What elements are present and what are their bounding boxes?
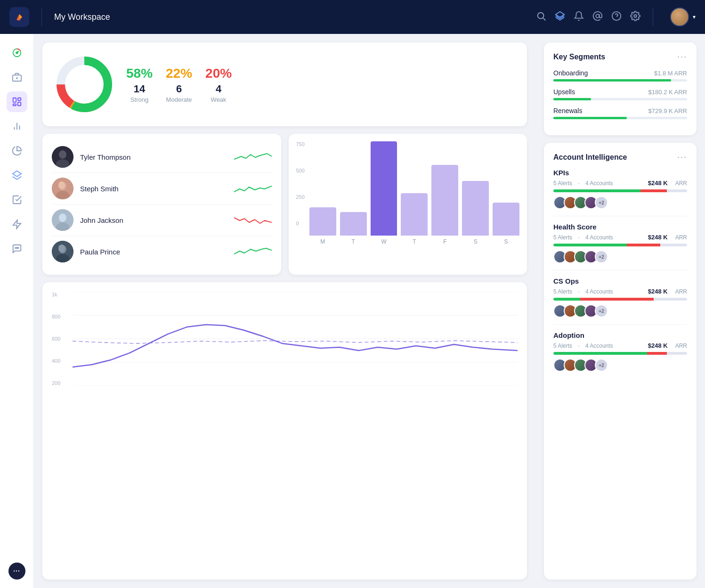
ai-adoption-alerts: 5 Alerts [553,343,572,349]
sidebar-item-dashboard[interactable] [7,42,27,63]
svg-point-22 [16,247,17,248]
segment-renewals: Renewals $729.9 K ARR [553,107,687,119]
key-segments-more-btn[interactable]: ··· [677,52,687,62]
sidebar-item-reports[interactable] [7,116,27,137]
search-icon[interactable] [536,11,546,24]
segment-onboarding-row: Onboarding $1.8 M ARR [553,69,687,77]
ai-kpis-alerts: 5 Alerts [553,180,572,187]
score-moderate-pct: 22% [166,66,192,81]
svg-rect-14 [17,102,20,106]
ai-csops-bar [553,298,687,301]
sidebar-item-tasks[interactable] [7,189,27,210]
steph-sparkline [234,181,272,196]
ai-adoption-value: $248 K [648,342,668,349]
ai-kpis-accounts: 4 Accounts [585,180,613,187]
ai-healthscore-value: $248 K [648,234,668,241]
score-strong-pct: 58% [126,66,153,81]
score-strong-label: Strong [126,96,153,103]
ai-more-btn[interactable]: ··· [677,152,687,162]
sidebar-item-lightning[interactable] [7,214,27,235]
key-segments-card: Key Segments ··· Onboarding $1.8 M ARR U… [544,42,697,135]
app-logo[interactable] [9,7,29,27]
ai-kpis-arr: ARR [675,180,687,187]
ai-csops-avatar-plus: +2 [595,304,608,318]
svg-point-23 [17,247,18,248]
segment-renewals-name: Renewals [553,107,582,114]
bar-y-label-750: 750 [296,141,305,147]
steph-avatar [52,178,73,199]
person-row-john[interactable]: John Jackson [52,204,272,236]
line-y-600: 600 [52,336,67,342]
line-y-1k: 1k [52,292,67,297]
header-divider [41,8,42,26]
layers-icon[interactable] [555,11,565,24]
svg-rect-13 [17,98,20,101]
ai-adoption-bar [553,352,687,355]
sidebar-item-analytics[interactable] [7,140,27,161]
header-icons: ▾ [536,8,696,26]
line-chart-area: 1k 800 600 400 200 [52,292,518,395]
sidebar-item-kanban[interactable] [7,91,27,112]
svg-rect-15 [13,104,16,106]
steph-name: Steph Smith [80,185,227,193]
ai-section-kpis: KPIs 5 Alerts • 4 Accounts $248 K ARR [553,169,687,216]
at-sign-icon[interactable] [592,11,603,24]
paula-sparkline [234,245,272,259]
sidebar-item-chat[interactable] [7,238,27,259]
header-right-divider [653,8,653,26]
ai-header: Account Intelligence ··· [553,152,687,162]
ai-csops-accounts: 4 Accounts [585,288,613,295]
line-y-200: 200 [52,380,67,386]
ai-healthscore-alerts: 5 Alerts [553,234,572,241]
bar-columns [309,141,519,236]
ai-section-healthscore: Health Score 5 Alerts • 4 Accounts $248 … [553,223,687,270]
user-profile[interactable]: ▾ [670,8,696,26]
ai-adoption-stats: 5 Alerts • 4 Accounts $248 K ARR [553,342,687,349]
help-icon[interactable] [611,11,622,24]
score-strong: 58% 14 Strong [126,66,153,103]
svg-point-8 [16,52,18,54]
header-title: My Workspace [54,12,528,22]
app-body: ··· 58% [0,34,705,588]
person-row-paula[interactable]: Paula Prince [52,236,272,267]
segment-onboarding-bar [553,79,671,82]
bell-icon[interactable] [574,11,584,24]
score-moderate: 22% 6 Moderate [166,66,192,103]
header: My Workspace [0,0,705,34]
bar-y-label-250: 250 [296,194,305,200]
health-overview-card: 58% 14 Strong 22% 6 Moderate 20% 4 Weak [42,42,527,126]
ai-healthscore-stats: 5 Alerts • 4 Accounts $248 K ARR [553,234,687,241]
paula-avatar [52,241,73,262]
line-y-800: 800 [52,314,67,319]
bar-y-label-500: 500 [296,168,305,173]
svg-marker-20 [13,220,21,229]
health-donut-chart [54,54,115,115]
john-sparkline [234,213,272,227]
ai-csops-stats: 5 Alerts • 4 Accounts $248 K ARR [553,288,687,295]
key-segments-header: Key Segments ··· [553,52,687,62]
ai-adoption-avatars: +2 [553,359,687,372]
tyler-sparkline [234,150,272,164]
bar-x-label-s1: S [462,238,489,245]
ai-kpis-bar [553,189,687,192]
bar-col-thu [401,193,428,236]
ai-section-adoption: Adoption 5 Alerts • 4 Accounts $248 K AR… [553,331,687,372]
bar-chart-area: 750 500 250 0 [296,141,520,245]
ai-adoption-title: Adoption [553,331,687,339]
person-row-steph[interactable]: Steph Smith [52,173,272,204]
segment-renewals-bar [553,117,627,119]
settings-icon[interactable] [630,11,640,24]
ai-healthscore-bar [553,244,687,246]
ai-avatar-plus: +2 [595,196,608,209]
sidebar-item-layers[interactable] [7,165,27,186]
score-weak-pct: 20% [205,66,232,81]
sidebar-item-bag[interactable] [7,67,27,88]
sidebar-item-more[interactable]: ··· [8,563,25,580]
ai-title: Account Intelligence [553,153,627,162]
account-intelligence-card: Account Intelligence ··· KPIs 5 Alerts •… [544,143,697,580]
score-weak-label: Weak [205,96,232,103]
bar-col-sat [462,181,489,236]
segment-upsells-value: $180.2 K ARR [648,89,687,96]
bar-col-fri [431,165,458,236]
person-row-tyler[interactable]: Tyler Thompson [52,141,272,173]
